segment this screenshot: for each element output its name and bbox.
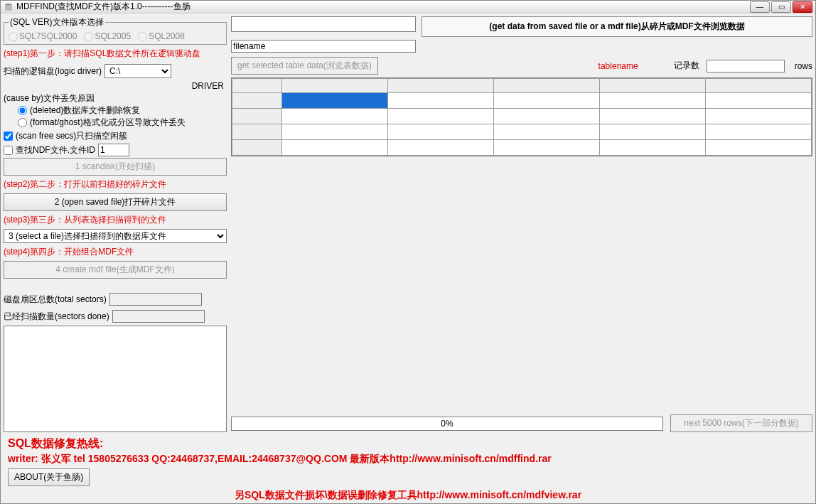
about-button[interactable]: ABOUT(关于鱼肠) (8, 468, 90, 486)
cause-by-legend: (cause by)文件丢失原因 (4, 92, 227, 104)
app-icon (4, 2, 14, 12)
table-row[interactable] (232, 93, 812, 109)
table-row[interactable] (232, 124, 812, 140)
filename-input[interactable] (231, 40, 416, 53)
other-tool-info: 另SQL数据文件损坏\数据误删除修复工具http://www.minisoft.… (8, 489, 808, 502)
next-rows-button[interactable]: next 5000 rows(下一部分数据) (670, 414, 812, 432)
scan-results-list[interactable] (4, 326, 227, 432)
step3-label: (step3)第三步：从列表选择扫描得到的文件 (4, 213, 227, 227)
close-button[interactable]: ✕ (793, 1, 812, 13)
sqlver-2005-radio[interactable]: SQL2005 (84, 31, 131, 41)
open-saved-file-button[interactable]: 2 (open saved file)打开碎片文件 (4, 193, 227, 211)
step4-label: (step4)第四步：开始组合MDF文件 (4, 245, 227, 259)
cause-format-radio[interactable] (18, 118, 27, 127)
driver-label: DRIVER (4, 81, 227, 91)
sqlver-2008-radio[interactable]: SQL2008 (138, 31, 185, 41)
sectors-done-label: 已经扫描数量(sectors done) (4, 311, 109, 323)
drive-select[interactable]: C:\ (104, 64, 171, 78)
sectors-done-field (112, 310, 205, 323)
create-mdf-button[interactable]: 4 create mdf file(生成MDF文件) (4, 261, 227, 279)
progress-bar: 0% (231, 417, 663, 431)
total-sectors-label: 磁盘扇区总数(total sectors) (4, 294, 107, 306)
rows-label: rows (795, 61, 812, 71)
titlebar: MDFFIND(查找MDF文件)版本1.0-----------鱼肠 — ▭ ✕ (1, 1, 815, 14)
minimize-button[interactable]: — (750, 1, 770, 13)
cause-by-group: (cause by)文件丢失原因 (deleted)数据库文件删除恢复 (for… (4, 92, 227, 129)
get-data-button[interactable]: (get data from saved file or a mdf file)… (422, 16, 812, 37)
hotline-label: SQL数据修复热线: (8, 436, 808, 451)
logic-driver-label: 扫描的逻辑盘(logic driver) (4, 65, 102, 77)
select-file-dropdown[interactable]: 3 (select a file)选择扫描得到的数据库文件 (4, 229, 227, 243)
find-ndf-checkbox[interactable] (4, 146, 13, 155)
contact-info: writer: 张义军 tel 15805276633 QQ:24468737,… (8, 453, 552, 466)
cause-deleted-radio[interactable] (18, 106, 27, 115)
record-count-label: 记录数 (674, 60, 699, 72)
maximize-button[interactable]: ▭ (771, 1, 791, 13)
step2-label: (step2)第二步：打开以前扫描好的碎片文件 (4, 177, 227, 192)
ndf-id-input[interactable] (98, 144, 129, 156)
step1-label: (step1)第一步：请扫描SQL数据文件所在逻辑驱动盘 (4, 46, 227, 61)
record-count-field (707, 60, 785, 73)
sqlver-sql7-radio[interactable]: SQL7SQL2000 (9, 31, 77, 41)
sql-version-group: (SQL VER)文件版本选择 SQL7SQL2000 SQL2005 SQL2… (4, 16, 227, 45)
table-row[interactable] (232, 109, 812, 124)
selected-cell[interactable] (282, 93, 388, 109)
total-sectors-field (109, 293, 202, 306)
data-grid[interactable] (231, 77, 812, 156)
scan-free-secs-checkbox[interactable] (4, 132, 13, 141)
table-row[interactable] (232, 140, 812, 156)
file-path-input[interactable] (231, 16, 416, 32)
get-selected-table-button[interactable]: get selected table data(浏览表数据) (231, 57, 378, 75)
scandisk-button[interactable]: 1 scandisk(开始扫描) (4, 158, 227, 176)
sql-version-legend: (SQL VER)文件版本选择 (9, 16, 105, 28)
window-title: MDFFIND(查找MDF文件)版本1.0-----------鱼肠 (16, 1, 750, 13)
tablename-label: tablename (598, 61, 638, 71)
